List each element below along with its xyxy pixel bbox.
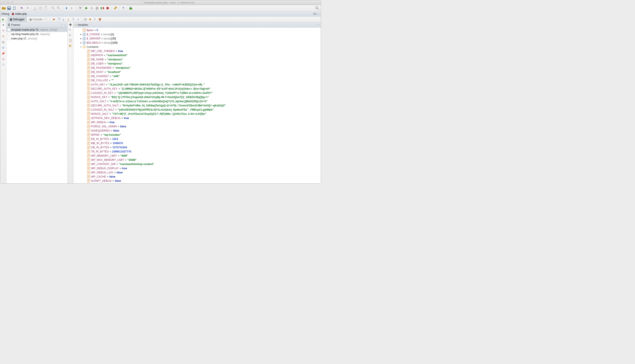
variable-row[interactable]: fWP_USE_THEMES = true: [74, 49, 321, 53]
evaluate-expression-icon[interactable]: [83, 18, 87, 21]
variable-row[interactable]: fABSPATH = "/var/www/html/": [74, 53, 321, 57]
pin-icon[interactable]: ↓: [318, 12, 319, 16]
paste-icon[interactable]: [44, 6, 48, 10]
pin-tab-icon[interactable]: 📌: [2, 52, 5, 55]
tab-console[interactable]: ▣ Console →*: [28, 17, 49, 22]
deploy-icon[interactable]: [129, 6, 133, 10]
new-watch-icon[interactable]: ✎: [69, 28, 72, 32]
variable-row[interactable]: fTB_IN_BYTES = 1099511627776: [74, 150, 321, 154]
sort-icon[interactable]: [93, 18, 97, 21]
run-to-cursor-icon[interactable]: [76, 18, 80, 21]
variable-row[interactable]: fWP_CONTENT_DIR = "/var/www/html/wp-cont…: [74, 162, 321, 166]
variable-row[interactable]: fSCRIPT_DEBUG = false: [74, 179, 321, 183]
variable-row[interactable]: fMB_IN_BYTES = 1048576: [74, 141, 321, 145]
undo-icon[interactable]: [20, 6, 24, 10]
settings-dropdown-icon[interactable]: ⚙▾: [313, 12, 317, 16]
variable-row[interactable]: fDB_COLLATE = "": [74, 78, 321, 82]
variable-row[interactable]: fAUTH_SALT = "n-/eS|?e+a~z/@av=a`7sXzlxk…: [74, 99, 321, 103]
tools-icon[interactable]: [113, 6, 118, 10]
variable-row[interactable]: fNONCE_KEY = "BS{~Q`zYFO/u;}Vxgm#|3-zb5&…: [74, 95, 321, 99]
frame-down-icon[interactable]: ↓: [64, 23, 66, 26]
copy-icon[interactable]: [38, 6, 43, 10]
force-step-into-icon[interactable]: [66, 18, 70, 21]
cut-icon[interactable]: [33, 6, 37, 10]
variable-row[interactable]: ▶[]$GLOBALS={array} [168]: [74, 40, 321, 45]
step-over-icon[interactable]: [57, 18, 61, 21]
maximize-window-icon[interactable]: [11, 1, 14, 4]
help-icon[interactable]: ?: [121, 6, 125, 10]
listen-debug-icon[interactable]: [100, 6, 105, 10]
close-icon[interactable]: ✕: [2, 58, 5, 61]
variable-row[interactable]: fDB_USER = "wordpress": [74, 62, 321, 66]
variable-row[interactable]: fDB_HOST = "localhost": [74, 70, 321, 74]
variable-row[interactable]: ▼CConstants: [74, 45, 321, 49]
mute-breakpoints-icon[interactable]: ⊘: [2, 34, 5, 38]
open-icon[interactable]: [2, 6, 6, 10]
redo-icon[interactable]: [25, 6, 30, 10]
variable-row[interactable]: fWP_MEMORY_LIMIT = "40M": [74, 154, 321, 158]
debug-icon[interactable]: [90, 6, 94, 10]
stop-icon[interactable]: ■: [2, 23, 5, 27]
sync-icon[interactable]: [12, 6, 17, 10]
expand-icon[interactable]: ▼: [80, 46, 82, 48]
variable-row[interactable]: fLOGGED_IN_SALT = "}nEsXEG5#|V1*$){sGPRC…: [74, 108, 321, 112]
variable-row[interactable]: fSECURE_AUTH_SALT = "N>hy0ef*vWw_K|_lUK8…: [74, 103, 321, 108]
frame-row[interactable]: template-loader.php:73, require_once(): [7, 28, 68, 32]
variable-row[interactable]: ▶[]$_SERVER={array} [35]: [74, 36, 321, 40]
run-config-dropdown[interactable]: [77, 6, 83, 10]
variable-row[interactable]: fWP_CACHE = false: [74, 174, 321, 179]
zoom-out-icon[interactable]: [51, 6, 56, 10]
expand-icon[interactable]: ▶: [80, 38, 82, 40]
variable-row[interactable]: fWPINC = "wp-includes": [74, 133, 321, 137]
expand-panel-icon[interactable]: →*: [315, 23, 319, 26]
stop-icon[interactable]: [105, 6, 110, 10]
variable-row[interactable]: fWP_DEBUG = true: [74, 120, 321, 124]
variable-row[interactable]: fWP_DEBUG_DISPLAY = true: [74, 166, 321, 170]
variable-row[interactable]: fDB_CHARSET = "utf8": [74, 74, 321, 78]
step-into-icon[interactable]: [62, 18, 66, 21]
back-icon[interactable]: [64, 6, 69, 10]
variable-row[interactable]: ▶[]$_COOKIE={array} [1]: [74, 32, 321, 36]
close-tab-icon[interactable]: [98, 18, 102, 21]
variable-row[interactable]: fFORCE_SSL_ADMIN = false: [74, 124, 321, 128]
step-out-icon[interactable]: [71, 18, 75, 21]
image-preview-icon[interactable]: 🖼: [69, 44, 72, 48]
frame-row[interactable]: index.php:17, {main}(): [7, 36, 68, 41]
save-icon[interactable]: [7, 6, 11, 10]
variable-row[interactable]: fAUTH_KEY = ":tL)wc2AD--alX-748n9#+2bKh4…: [74, 82, 321, 86]
forward-icon[interactable]: [70, 6, 74, 10]
frame-up-icon[interactable]: ↑: [61, 23, 63, 26]
expand-icon[interactable]: ▶: [80, 33, 82, 36]
rerun-icon[interactable]: ⟲: [2, 29, 5, 32]
run-icon[interactable]: [84, 6, 89, 10]
view-breakpoints-icon[interactable]: ▤: [2, 40, 5, 44]
variable-row[interactable]: fSECURE_AUTH_KEY = "{1;fMNt2<4KGb/.J[?k5…: [74, 86, 321, 91]
variable-row[interactable]: fLOGGED_IN_KEY = "-|d)rN6$VFi,UWTyq3+nVu…: [74, 91, 321, 95]
variable-row[interactable]: fKB_IN_BYTES = 1024: [74, 137, 321, 141]
layout-settings-icon[interactable]: ⚙: [2, 46, 5, 50]
resume-icon[interactable]: ▶: [2, 18, 4, 21]
help-icon[interactable]: ?: [2, 63, 5, 67]
zoom-in-icon[interactable]: [57, 6, 61, 10]
close-window-icon[interactable]: [2, 1, 5, 4]
collapse-icon[interactable]: ▼: [69, 34, 72, 37]
show-execution-point-icon[interactable]: [52, 18, 56, 21]
expand-icon[interactable]: ▶: [80, 42, 82, 44]
variable-row[interactable]: fDB_NAME = "wordpress": [74, 57, 321, 62]
variable-row[interactable]: fSAVEQUERIES = false: [74, 128, 321, 133]
frame-row[interactable]: wp-blog-header.php:19, require(): [7, 32, 68, 36]
search-icon[interactable]: [315, 6, 319, 10]
variable-row[interactable]: fGB_IN_BYTES = 1073741824: [74, 145, 321, 150]
variable-row[interactable]: fWP_DEBUG_LOG = false: [74, 170, 321, 174]
variable-row[interactable]: fNONCE_SALT = "YX7+W[*(7_JrvUYEoLfa?GcpX…: [74, 112, 321, 116]
variable-row[interactable]: fWP_MAX_MEMORY_LIMIT = "256M": [74, 158, 321, 162]
copy-value-icon[interactable]: 📋: [69, 39, 72, 42]
variable-row[interactable]: fDB_PASSWORD = "wordpress": [74, 66, 321, 70]
tab-debugger[interactable]: ▦ Debugger: [8, 17, 27, 22]
add-watch-icon[interactable]: ➕: [69, 23, 72, 27]
variable-row[interactable]: fJETPACK_DEV_DEBUG = true: [74, 116, 321, 120]
breakpoint-icon[interactable]: [88, 18, 92, 21]
variable-row[interactable]: f$year=0: [74, 28, 321, 32]
minimize-window-icon[interactable]: [7, 1, 9, 4]
coverage-icon[interactable]: [95, 6, 99, 10]
